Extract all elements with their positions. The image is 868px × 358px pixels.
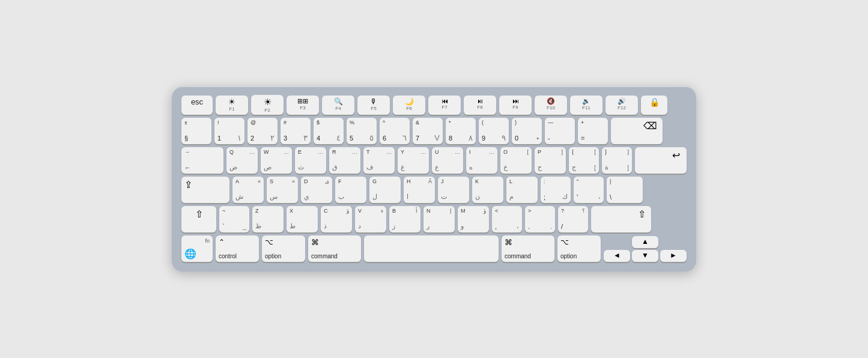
key-tab[interactable]: → ← [181, 147, 223, 174]
key-quote[interactable]: " '، [574, 177, 604, 203]
bottom-row: fn 🌐 ⌃ control ⌥ option ⌘ command ⌘ comm… [181, 235, 687, 262]
key-shift-left[interactable]: ⇧ [181, 206, 216, 232]
key-f[interactable]: F ب [335, 177, 366, 203]
key-bracket-left[interactable]: {[ ج[ [569, 147, 599, 174]
key-f3[interactable]: ⊞⊞ F3 [287, 96, 319, 115]
key-4[interactable]: $ 4٤ [314, 118, 344, 144]
key-comma[interactable]: < ,، [492, 206, 522, 232]
key-u[interactable]: U… ع [432, 147, 463, 174]
key-1[interactable]: ! 1١ [214, 118, 244, 144]
arrow-cluster: ▲ ◄ ▼ ► [604, 236, 687, 262]
key-option-right[interactable]: ⌥ option [557, 235, 601, 262]
key-tilde[interactable]: ~ `_ [219, 206, 249, 232]
key-f4[interactable]: 🔍 F4 [322, 96, 354, 115]
key-9[interactable]: ( 9٩ [479, 118, 509, 144]
key-g[interactable]: G ل [369, 177, 401, 203]
key-n[interactable]: Nإ ر [423, 206, 455, 232]
key-8[interactable]: * 8٨ [446, 118, 476, 144]
key-m[interactable]: Mؤ و [458, 206, 489, 232]
key-s[interactable]: S» س [267, 177, 298, 203]
key-lock[interactable]: 🔒 [641, 96, 667, 115]
key-equals[interactable]: + = [578, 118, 608, 144]
key-b[interactable]: Bأ ز [389, 206, 420, 232]
key-esc[interactable]: esc [181, 96, 213, 115]
key-f5[interactable]: 🎙 F5 [357, 96, 390, 115]
fn-row: esc ☀ F1 ☀ F2 ⊞⊞ F3 🔍 F4 [181, 95, 687, 115]
key-backspace[interactable]: ⌫ [611, 118, 663, 144]
key-return[interactable]: ↩ [635, 147, 687, 174]
number-row: ± § ! 1١ @ 2٢ # 3٣ $ 4٤ % 5٥ ^ 6 [181, 118, 687, 144]
key-f2[interactable]: ☀ F2 [251, 95, 284, 115]
key-7[interactable]: & 7V [413, 118, 443, 144]
key-f11[interactable]: 🔉 F11 [570, 96, 602, 115]
key-space[interactable] [364, 235, 499, 262]
key-v[interactable]: Vء د [355, 206, 386, 232]
key-fn[interactable]: fn 🌐 [181, 235, 213, 262]
qwerty-row: → ← Q… ض W… ص E… ث R… ق T… ف Y… [181, 147, 687, 174]
key-w[interactable]: W… ص [261, 147, 292, 174]
asdf-row: ⇪ A« ش S» س Dى ي F ب G ل HÃ ا [181, 177, 687, 203]
key-t[interactable]: T… ف [363, 147, 395, 174]
key-slash[interactable]: ?؟ / [558, 206, 588, 232]
key-minus[interactable]: — - [545, 118, 575, 144]
key-bracket-right[interactable]: }] ة] [602, 147, 632, 174]
key-f10[interactable]: 🔇 F10 [535, 96, 567, 115]
key-6[interactable]: ^ 6٦ [380, 118, 410, 144]
key-arrow-right[interactable]: ► [660, 250, 687, 262]
key-y[interactable]: Y… غ [398, 147, 429, 174]
key-i[interactable]: I… ه [466, 147, 497, 174]
key-semicolon[interactable]: : ;ك [541, 177, 571, 203]
key-f1[interactable]: ☀ F1 [216, 96, 248, 115]
key-z[interactable]: Z ظ [252, 206, 284, 232]
key-f12[interactable]: 🔊 F12 [605, 96, 638, 115]
key-d[interactable]: Dى ي [301, 177, 332, 203]
key-backtick[interactable]: ± § [181, 118, 211, 144]
key-shift-right[interactable]: ⇧ [591, 206, 651, 232]
key-arrow-left[interactable]: ◄ [604, 250, 630, 262]
key-p[interactable]: P] ح [535, 147, 566, 174]
key-0[interactable]: ) 0• [512, 118, 542, 144]
key-capslock[interactable]: ⇪ [181, 177, 229, 203]
key-l[interactable]: L م [506, 177, 538, 203]
key-k[interactable]: K ن [472, 177, 503, 203]
key-period[interactable]: > .. [525, 206, 555, 232]
key-arrow-up[interactable]: ▲ [632, 236, 658, 248]
key-backslash[interactable]: | \ [607, 177, 643, 203]
key-f9[interactable]: ⏭ F9 [499, 96, 532, 115]
zxcv-row: ⇧ ~ `_ Z ظ X ط Cؤ ذ Vء د Bأ ز [181, 206, 687, 232]
key-r[interactable]: R… ق [329, 147, 360, 174]
key-5[interactable]: % 5٥ [347, 118, 377, 144]
key-e[interactable]: E… ث [295, 147, 326, 174]
key-x[interactable]: X ط [287, 206, 318, 232]
key-h[interactable]: HÃ ا [404, 177, 435, 203]
keyboard: esc ☀ F1 ☀ F2 ⊞⊞ F3 🔍 F4 [172, 86, 696, 272]
key-f8[interactable]: ⏯ F8 [464, 96, 496, 115]
key-o[interactable]: O[ خ [500, 147, 532, 174]
key-j[interactable]: J ت [438, 177, 469, 203]
key-command-left[interactable]: ⌘ command [308, 235, 361, 262]
key-arrow-down[interactable]: ▼ [632, 250, 658, 262]
key-3[interactable]: # 3٣ [281, 118, 311, 144]
key-q[interactable]: Q… ض [226, 147, 258, 174]
key-command-right[interactable]: ⌘ command [502, 235, 554, 262]
key-option-left[interactable]: ⌥ option [262, 235, 305, 262]
key-f6[interactable]: 🌙 F6 [393, 96, 425, 115]
key-2[interactable]: @ 2٢ [247, 118, 278, 144]
key-control[interactable]: ⌃ control [216, 235, 259, 262]
key-a[interactable]: A« ش [232, 177, 264, 203]
key-c[interactable]: Cؤ ذ [321, 206, 352, 232]
key-f7[interactable]: ⏮ F7 [428, 96, 461, 115]
